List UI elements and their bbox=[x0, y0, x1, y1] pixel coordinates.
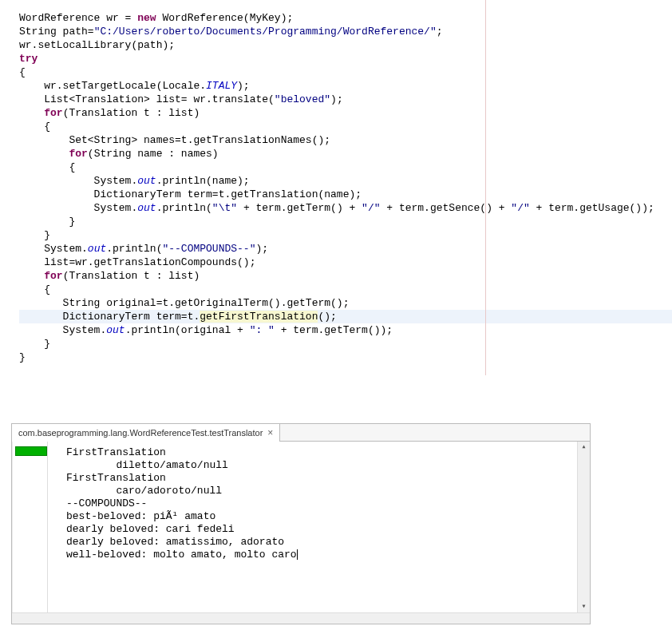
code-line-current: DictionaryTerm term=t.getFirstTranslatio… bbox=[19, 310, 672, 323]
close-icon[interactable]: × bbox=[267, 427, 273, 438]
code-line: wr.setTargetLocale(Locale.ITALY); bbox=[19, 79, 672, 93]
code-line: { bbox=[19, 160, 672, 174]
text-cursor bbox=[297, 549, 298, 560]
console-tab-bar: com.baseprogramming.lang.WordReferenceTe… bbox=[12, 424, 590, 442]
code-line: System.out.println("--COMPOUNDS--"); bbox=[19, 242, 672, 256]
code-line: System.out.println(original + ": " + ter… bbox=[19, 323, 672, 337]
code-line: for(Translation t : list) bbox=[19, 106, 672, 120]
code-line: } bbox=[19, 228, 672, 242]
code-line: for(Translation t : list) bbox=[19, 269, 672, 283]
console-tab-label: com.baseprogramming.lang.WordReferenceTe… bbox=[18, 428, 263, 438]
code-line: Set<String> names=t.getTranslationNames(… bbox=[19, 133, 672, 147]
code-line: String original=t.getOriginalTerm().getT… bbox=[19, 296, 672, 310]
code-line: { bbox=[19, 65, 672, 79]
code-editor[interactable]: WordReference wr = new WordReference(MyK… bbox=[0, 0, 672, 375]
code-line: List<Translation> list= wr.translate("be… bbox=[19, 93, 672, 106]
test-progress-bar bbox=[15, 446, 47, 456]
highlighted-method: getFirstTranslation bbox=[200, 311, 318, 323]
code-line: String path="C:/Users/roberto/Documents/… bbox=[19, 25, 672, 38]
console-tab[interactable]: com.baseprogramming.lang.WordReferenceTe… bbox=[12, 424, 280, 442]
code-line: System.out.println(name); bbox=[19, 174, 672, 188]
code-line: WordReference wr = new WordReference(MyK… bbox=[19, 11, 672, 25]
code-line: for(String name : names) bbox=[19, 147, 672, 160]
code-line: System.out.println("\t" + term.getTerm()… bbox=[19, 201, 672, 215]
code-line: } bbox=[19, 215, 672, 228]
code-line: wr.setLocalLibrary(path); bbox=[19, 38, 672, 52]
code-line: DictionaryTerm term=t.getTranslation(nam… bbox=[19, 188, 672, 201]
code-line: try bbox=[19, 52, 672, 65]
code-line: { bbox=[19, 120, 672, 133]
scroll-down-arrow[interactable]: ▾ bbox=[578, 601, 590, 612]
horizontal-scrollbar[interactable] bbox=[12, 612, 590, 624]
code-line: } bbox=[19, 351, 672, 364]
print-margin-ruler bbox=[485, 0, 486, 375]
scroll-up-arrow[interactable]: ▴ bbox=[578, 442, 590, 453]
console-body: FirstTranslation diletto/amato/null Firs… bbox=[12, 442, 590, 612]
console-output[interactable]: FirstTranslation diletto/amato/null Firs… bbox=[58, 442, 577, 612]
console-panel: com.baseprogramming.lang.WordReferenceTe… bbox=[11, 423, 591, 624]
code-line: { bbox=[19, 283, 672, 296]
code-line: } bbox=[19, 337, 672, 351]
test-progress-column bbox=[12, 442, 47, 612]
code-line: list=wr.getTranslationCompounds(); bbox=[19, 256, 672, 269]
console-gutter bbox=[47, 442, 58, 612]
vertical-scrollbar[interactable]: ▴ ▾ bbox=[577, 442, 590, 612]
